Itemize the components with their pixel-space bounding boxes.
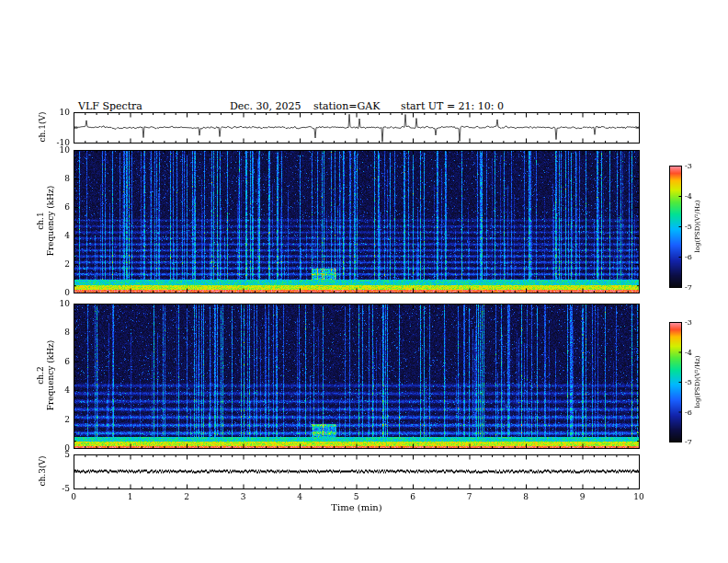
y-tick-label: 6	[64, 357, 70, 366]
colorbar-tick-label: -3	[685, 318, 692, 327]
start-ut-label: start UT = 21: 10: 0	[401, 100, 504, 112]
time-axis-label: Time (min)	[331, 502, 381, 512]
colorbar-tick-label: -5	[685, 223, 692, 231]
colorbar-tick-label: -7	[685, 283, 692, 292]
x-tick-label: 5	[354, 492, 359, 501]
colorbar-tick-label: -4	[685, 348, 692, 356]
ch2-frequency-axis-label: ch.2 Frequency (kHz)	[36, 340, 56, 411]
colorbar-tick-label: -3	[685, 162, 692, 170]
ch1-label: ch.1	[36, 186, 46, 257]
frequency-units-label: Frequency (kHz)	[46, 186, 56, 257]
y-tick-label: 2	[64, 259, 70, 269]
colorbar-tick-label: -4	[685, 192, 692, 201]
x-tick-label: 7	[467, 492, 472, 501]
x-tick-label: 4	[297, 492, 302, 501]
x-tick-label: 3	[241, 492, 246, 501]
ch1-colorbar-label: log(PSD)(V²/Hz)	[694, 201, 701, 253]
y-tick-label: 2	[64, 415, 70, 424]
figure-date: Dec. 30, 2025	[230, 100, 301, 112]
figure-title: VLF Spectra	[78, 100, 142, 112]
x-tick-label: 0	[71, 492, 76, 501]
vlf-spectra-figure: VLF Spectra Dec. 30, 2025 station=GAK st…	[0, 0, 728, 563]
ch2-spectrogram-canvas	[74, 304, 639, 448]
x-tick-label: 9	[580, 492, 586, 501]
y-tick-label: 10	[60, 145, 70, 155]
y-tick-label: 8	[64, 327, 70, 337]
colorbar-tick-label: -7	[685, 438, 692, 446]
ch2-label: ch.2	[36, 340, 46, 411]
y-tick-label: 10	[60, 299, 70, 308]
ch2-colorbar-canvas	[669, 322, 681, 442]
x-tick-label: 8	[523, 492, 529, 501]
ch1-voltage-axis-label: ch.1(V)	[38, 112, 48, 143]
ch1-frequency-axis-label: ch.1 Frequency (kHz)	[36, 186, 56, 257]
y-tick-label: -5	[62, 484, 70, 493]
colorbar-tick-label: -6	[685, 253, 692, 261]
ch1-colorbar-canvas	[669, 166, 681, 287]
station-label: station=GAK	[313, 100, 380, 112]
colorbar-tick-label: -5	[685, 378, 692, 386]
y-tick-label: 6	[64, 202, 70, 212]
x-tick-label: 10	[633, 492, 643, 501]
y-tick-label: 5	[64, 450, 70, 459]
y-tick-label: 4	[64, 385, 70, 395]
x-tick-label: 1	[128, 492, 133, 501]
colorbar-tick-label: -6	[685, 408, 692, 416]
ch2-colorbar-label: log(PSD)(V²/Hz)	[694, 356, 701, 408]
ch3-voltage-axis-label: ch.3(V)	[38, 456, 48, 487]
y-tick-label: 0	[64, 288, 70, 297]
y-tick-label: 10	[60, 108, 70, 117]
x-tick-label: 2	[184, 492, 189, 501]
ch1-spectrogram-canvas	[74, 150, 639, 293]
y-tick-label: 4	[64, 231, 70, 240]
frequency-units-label: Frequency (kHz)	[46, 340, 56, 411]
x-tick-label: 6	[410, 492, 415, 501]
y-tick-label: 8	[64, 174, 70, 183]
